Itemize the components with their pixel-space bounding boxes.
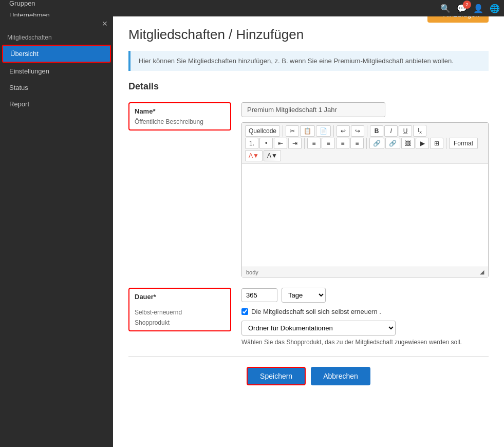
user-icon[interactable]: 👤 (473, 4, 483, 13)
shop-hint: Wählen Sie das Shopprodukt, das zu der M… (241, 339, 489, 346)
sidebar-item-status[interactable]: Status (2, 80, 111, 96)
name-field-col: Quellcode ✂ 📋 📄 ↩ ↪ B I U I (241, 102, 489, 277)
rte-toolbar-row2: 1. • ⇤ ⇥ ≡ ≡ ≡ ≡ 🔗 🔗 🖼 (245, 138, 485, 149)
form-actions: Speichern Abbrechen (128, 356, 489, 396)
main-layout: ✕ Mitgliedschaften ÜbersichtEinstellunge… (0, 16, 504, 447)
cancel-button[interactable]: Abbrechen (311, 367, 370, 385)
messages-badge: 2 (463, 1, 471, 9)
self-renewing-label: Die Mitgliedschaft soll sich selbst erne… (251, 308, 381, 315)
nav-item-gruppen[interactable]: Gruppen (4, 0, 62, 9)
rte-paste-button[interactable]: 📄 (316, 125, 331, 137)
rte-align-center-button[interactable]: ≡ (322, 138, 335, 149)
search-icon[interactable]: 🔍 (440, 4, 451, 13)
name-label: Name* (135, 107, 225, 115)
sidebar-close-button[interactable]: ✕ (0, 16, 113, 31)
sidebar: ✕ Mitgliedschaften ÜbersichtEinstellunge… (0, 16, 113, 447)
rte-format-button[interactable]: Format (449, 138, 478, 149)
top-navigation: StartPortal ManagerMeine SeiteKontakteGr… (0, 0, 504, 16)
rte-content-area[interactable] (242, 164, 488, 267)
rte-cut-button[interactable]: ✂ (286, 125, 299, 137)
rte-sep2 (333, 125, 334, 137)
rte-redo-button[interactable]: ↪ (351, 125, 364, 137)
sidebar-item-report[interactable]: Report (2, 96, 111, 112)
rte-resize-handle[interactable]: ◢ (480, 269, 484, 275)
rte-align-justify-button[interactable]: ≡ (350, 138, 364, 149)
rte-sep4 (304, 138, 305, 149)
rte-outdent-button[interactable]: ⇤ (274, 138, 287, 149)
name-label-col: Name* Öffentliche Beschreibung (128, 102, 231, 131)
rte-sep5 (366, 138, 367, 149)
add-button[interactable]: + Hinzufügen (427, 16, 489, 23)
sidebar-item-übersicht[interactable]: Übersicht (2, 45, 111, 63)
rte-indent-button[interactable]: ⇥ (288, 138, 302, 149)
sidebar-items: ÜbersichtEinstellungenStatusReport (0, 45, 113, 112)
shop-product-select[interactable]: Ordner für Dokumentationen (241, 321, 396, 336)
duration-label: Dauer* (135, 293, 225, 301)
rte-font-color-button[interactable]: A▼ (245, 150, 263, 161)
rte-ul-button[interactable]: • (259, 138, 273, 149)
globe-icon[interactable]: 🌐 (490, 4, 500, 13)
name-row: Name* Öffentliche Beschreibung Quellcode… (128, 102, 489, 277)
duration-input[interactable] (241, 288, 277, 302)
rte-sep1 (283, 125, 283, 137)
rte-underline-button[interactable]: U (399, 125, 412, 137)
duration-label-box: Dauer* Selbst-erneuernd Shopprodukt (128, 288, 231, 331)
rte-table-button[interactable]: ⊞ (430, 138, 443, 149)
details-title: Details (128, 81, 489, 92)
page-title: Mitgliedschaften / Hinzufügen (128, 27, 489, 43)
rte-container: Quellcode ✂ 📋 📄 ↩ ↪ B I U I (241, 122, 489, 277)
sidebar-item-einstellungen[interactable]: Einstellungen (2, 63, 111, 79)
self-renewing-checkbox[interactable] (241, 308, 248, 315)
save-button[interactable]: Speichern (247, 367, 306, 385)
self-renewing-row: Die Mitgliedschaft soll sich selbst erne… (241, 308, 489, 315)
rte-clear-format-button[interactable]: Ix (413, 125, 426, 137)
rte-bold-button[interactable]: B (370, 125, 383, 137)
main-content: + Hinzufügen Mitgliedschaften / Hinzufüg… (113, 16, 504, 447)
rte-video-button[interactable]: ▶ (416, 138, 429, 149)
rte-link-button[interactable]: 🔗 (369, 138, 384, 149)
name-label-box: Name* Öffentliche Beschreibung (128, 102, 231, 131)
rte-unlink-button[interactable]: 🔗 (385, 138, 400, 149)
duration-row: Dauer* Selbst-erneuernd Shopprodukt Tage… (128, 288, 489, 346)
rte-toolbar-row1: Quellcode ✂ 📋 📄 ↩ ↪ B I U I (245, 125, 485, 137)
duration-label-col: Dauer* Selbst-erneuernd Shopprodukt (128, 288, 231, 331)
rte-ol-button[interactable]: 1. (245, 138, 258, 149)
rte-align-right-button[interactable]: ≡ (336, 138, 349, 149)
rte-footer: body ◢ (242, 267, 488, 277)
messages-icon[interactable]: 💬 2 (457, 4, 467, 13)
duration-sublabel1: Selbst-erneuernd (135, 309, 225, 316)
rte-sep6 (446, 138, 446, 149)
rte-align-left-button[interactable]: ≡ (307, 138, 321, 149)
name-sublabel: Öffentliche Beschreibung (135, 118, 225, 125)
rte-body-tag: body (246, 269, 258, 275)
rte-toolbar: Quellcode ✂ 📋 📄 ↩ ↪ B I U I (242, 123, 488, 164)
rte-undo-button[interactable]: ↩ (337, 125, 350, 137)
name-input[interactable] (241, 102, 385, 117)
rte-source-button[interactable]: Quellcode (245, 125, 280, 137)
rte-sep3 (367, 125, 367, 137)
duration-sublabel2: Shopprodukt (135, 319, 225, 326)
info-box: Hier können Sie Mitgliedschaften hinzufü… (128, 51, 489, 71)
rte-copy-button[interactable]: 📋 (300, 125, 315, 137)
rte-toolbar-row3: A▼ A▼ (245, 150, 485, 161)
sidebar-section-title: Mitgliedschaften (0, 31, 113, 44)
rte-italic-button[interactable]: I (384, 125, 398, 137)
top-nav-icons: 🔍 💬 2 👤 🌐 (440, 4, 500, 13)
rte-bg-color-button[interactable]: A▼ (264, 150, 281, 161)
duration-field-col: Tage Wochen Monate Jahre Die Mitgliedsch… (241, 288, 489, 346)
duration-unit-select[interactable]: Tage Wochen Monate Jahre (282, 288, 326, 303)
rte-image-button[interactable]: 🖼 (401, 138, 415, 149)
